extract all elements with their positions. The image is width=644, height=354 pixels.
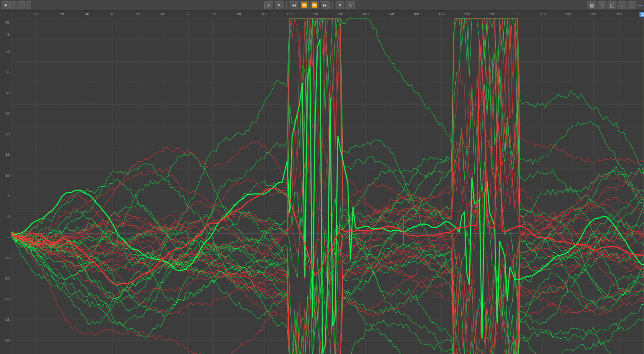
toolbar-right: ▤ ⟨ ◫ ↓ ⋮	[588, 1, 642, 9]
graph-menu[interactable]	[18, 1, 25, 9]
graph-svg[interactable]	[11, 18, 644, 354]
x-label-50: 50	[136, 12, 140, 16]
menu-icon: ≡	[4, 3, 7, 8]
y-label-n5: -5	[6, 235, 10, 239]
x-label-210: 210	[540, 12, 546, 16]
y-axis: 50 45 40 35 30 25 20 15 10 5 0 -5 -10 -1…	[0, 10, 11, 354]
y-label-30: 30	[6, 91, 10, 95]
sep2	[332, 2, 333, 9]
x-label-100: 100	[261, 12, 267, 16]
y-label-20: 20	[6, 132, 10, 136]
x-label-40: 40	[111, 12, 115, 16]
download-button[interactable]: ↓	[618, 1, 626, 9]
x-label-140: 140	[362, 12, 368, 16]
x-label-70: 70	[186, 12, 190, 16]
y-label-50: 50	[6, 20, 10, 24]
y-label-15: 15	[6, 153, 10, 157]
x-label-30: 30	[85, 12, 89, 16]
x-label-180: 180	[464, 12, 470, 16]
y-label-40: 40	[6, 50, 10, 54]
x-label-230: 230	[590, 12, 596, 16]
last-frame-button[interactable]: ⏭	[321, 1, 330, 9]
normalize-button[interactable]: ⤢	[264, 1, 273, 9]
x-label-150: 150	[388, 12, 394, 16]
y-label-n15: -15	[4, 276, 10, 280]
frame-counter	[638, 5, 642, 6]
chart-area[interactable]: 0102030405060708090100110120130140150160…	[11, 10, 644, 354]
first-frame-button[interactable]: ⏮	[290, 1, 298, 9]
x-label-170: 170	[439, 12, 445, 16]
layout-button[interactable]: ◫	[608, 1, 616, 9]
x-label-160: 160	[413, 12, 419, 16]
back-button[interactable]: ⟨	[598, 1, 606, 9]
y-label-0: 0	[8, 215, 10, 219]
x-label-120: 120	[312, 12, 318, 16]
y-label-n20: -20	[4, 297, 10, 301]
toolbar: ≡ ⤢ ✕ ⏮ ⏪ ⏩ ⏭ ✕ ⤡ ▤ ⟨ ◫ ↓ ⋮	[0, 0, 644, 10]
y-label-10: 10	[6, 173, 10, 177]
x-label-130: 130	[337, 12, 343, 16]
remove-button[interactable]: ✕	[336, 1, 344, 9]
data-line	[11, 53, 644, 354]
graph-container: 50 45 40 35 30 25 20 15 10 5 0 -5 -10 -1…	[0, 10, 644, 354]
x-label-220: 220	[565, 12, 571, 16]
sep1	[286, 2, 287, 9]
clear-button[interactable]: ✕	[275, 1, 284, 9]
data-line	[11, 18, 644, 354]
y-label-n10: -10	[4, 256, 10, 260]
x-label-20: 20	[60, 12, 64, 16]
filter-button[interactable]: ▤	[588, 1, 596, 9]
x-label-10: 10	[34, 12, 38, 16]
view-menu[interactable]	[26, 1, 31, 9]
x-label-90: 90	[237, 12, 241, 16]
more-button[interactable]: ⋮	[628, 1, 636, 9]
menu-button[interactable]: ≡	[2, 1, 10, 9]
x-label-80: 80	[212, 12, 216, 16]
tracking-menu[interactable]	[10, 1, 17, 9]
prev-frame-button[interactable]: ⏪	[300, 1, 309, 9]
toolbar-center: ⤢ ✕ ⏮ ⏪ ⏩ ⏭ ✕ ⤡	[32, 1, 587, 9]
x-axis: 0102030405060708090100110120130140150160…	[11, 10, 644, 18]
x-label-200: 200	[514, 12, 520, 16]
y-label-35: 35	[6, 70, 10, 74]
x-label-60: 60	[161, 12, 165, 16]
y-label-45: 45	[6, 32, 10, 36]
x-label-190: 190	[489, 12, 495, 16]
x-label-240: 240	[616, 12, 622, 16]
y-label-5: 5	[8, 194, 10, 198]
y-label-n30: -30	[4, 338, 10, 342]
data-lines	[11, 18, 644, 354]
y-label-25: 25	[6, 111, 10, 115]
x-label-250: 250	[639, 12, 644, 17]
fit-button[interactable]: ⤡	[346, 1, 355, 9]
x-label-0: 0	[11, 12, 12, 16]
next-frame-button[interactable]: ⏩	[310, 1, 319, 9]
y-label-n25: -25	[4, 318, 10, 322]
x-label-110: 110	[287, 12, 293, 16]
